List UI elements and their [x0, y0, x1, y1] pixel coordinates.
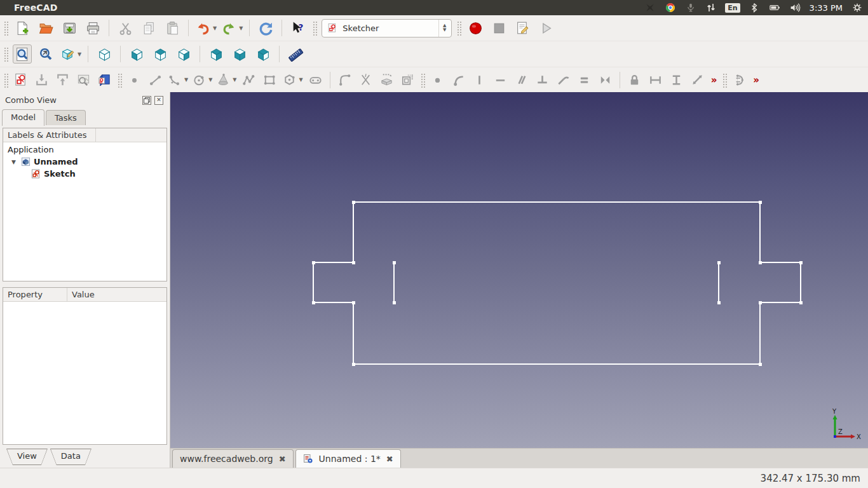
macro-play-button[interactable] — [536, 18, 555, 37]
save-document-button[interactable] — [60, 18, 79, 37]
view-axonometric-button[interactable] — [95, 44, 114, 64]
create-fillet-button[interactable] — [336, 71, 353, 89]
view-sketch-button[interactable] — [75, 71, 92, 89]
constrain-perpendicular-button[interactable] — [534, 71, 551, 89]
macro-record-button[interactable] — [466, 18, 485, 37]
3d-viewport[interactable]: Y X Z — [170, 92, 868, 448]
volume-icon[interactable] — [789, 2, 801, 14]
create-slot-button[interactable] — [307, 71, 324, 89]
open-document-button[interactable] — [36, 18, 55, 37]
sketch-vertex[interactable] — [799, 301, 803, 304]
view-rear-button[interactable] — [207, 44, 226, 64]
redo-button[interactable]: ▼ — [221, 18, 243, 37]
view-section-button[interactable] — [96, 71, 113, 89]
tab-start-page[interactable]: www.freecadweb.org ✖ — [172, 449, 294, 468]
constrain-equal-button[interactable] — [576, 71, 593, 89]
toolbar-handle[interactable] — [420, 72, 425, 88]
bluetooth-icon[interactable] — [749, 2, 761, 14]
constrain-horizontal-button[interactable] — [492, 71, 509, 89]
toolbar-handle[interactable] — [722, 72, 727, 88]
tree-item-application[interactable]: Application — [3, 144, 166, 156]
create-conic-button[interactable]: ▼ — [216, 71, 236, 89]
macro-edit-button[interactable] — [513, 18, 532, 37]
constrain-distance-y-button[interactable] — [668, 71, 685, 89]
session-menu-icon[interactable] — [851, 2, 863, 14]
tab-document-unnamed[interactable]: Unnamed : 1* ✖ — [295, 449, 401, 468]
tree-item-document[interactable]: ▼ Unnamed — [3, 156, 166, 168]
toolbar-handle[interactable] — [456, 20, 461, 36]
sketch-vertex[interactable] — [312, 301, 315, 304]
bspline-tools-button[interactable] — [731, 71, 748, 89]
network-traffic-icon[interactable] — [705, 2, 717, 14]
sketch-vertex[interactable] — [799, 261, 803, 264]
close-tab-icon[interactable]: ✖ — [386, 454, 393, 464]
toolbar-handle[interactable] — [3, 20, 8, 36]
sketch-vertex[interactable] — [393, 261, 396, 264]
view-front-button[interactable] — [127, 44, 146, 64]
sketch-vertex[interactable] — [312, 261, 315, 264]
chrome-icon[interactable] — [664, 2, 676, 14]
float-panel-icon[interactable] — [142, 96, 151, 105]
new-sketch-button[interactable] — [12, 71, 29, 89]
dropdown-caret-icon[interactable]: ▼ — [213, 25, 217, 31]
create-rectangle-button[interactable] — [261, 71, 278, 89]
constrain-lock-button[interactable] — [626, 71, 643, 89]
paste-button[interactable] — [163, 18, 182, 37]
constrain-distance-x-button[interactable] — [647, 71, 664, 89]
constrain-tangent-button[interactable] — [555, 71, 572, 89]
edit-sketch-button[interactable] — [33, 71, 50, 89]
toolbar-handle[interactable] — [117, 72, 122, 88]
dropdown-caret-icon[interactable]: ▼ — [239, 25, 243, 31]
sketch-vertex[interactable] — [352, 363, 355, 366]
view-bottom-button[interactable] — [230, 44, 249, 64]
dropdown-caret-icon[interactable]: ▼ — [233, 77, 236, 83]
undo-button[interactable]: ▼ — [195, 18, 217, 37]
view-left-button[interactable] — [254, 44, 273, 64]
view-right-button[interactable] — [174, 44, 193, 64]
toolbar-handle[interactable] — [312, 20, 317, 36]
sketch-vertex[interactable] — [759, 261, 762, 264]
sketch-vertex[interactable] — [393, 301, 396, 304]
fit-selection-button[interactable] — [36, 44, 55, 64]
close-tab-icon[interactable]: ✖ — [279, 454, 286, 464]
refresh-button[interactable] — [256, 18, 275, 37]
cut-button[interactable] — [116, 18, 135, 37]
create-line-button[interactable] — [147, 71, 164, 89]
dropbox-icon[interactable] — [644, 2, 656, 14]
close-panel-icon[interactable]: ✕ — [154, 96, 163, 105]
toolbar-overflow-chevron[interactable]: » — [710, 74, 719, 86]
tree-item-sketch[interactable]: Sketch — [3, 168, 166, 180]
new-document-button[interactable] — [13, 18, 32, 37]
toolbar-overflow-chevron[interactable]: » — [752, 74, 761, 86]
create-circle-button[interactable]: ▼ — [192, 71, 212, 89]
constrain-symmetric-button[interactable] — [597, 71, 614, 89]
constrain-point-on-object-button[interactable] — [450, 71, 467, 89]
tab-model[interactable]: Model — [2, 109, 44, 126]
toolbar-handle[interactable] — [3, 46, 8, 62]
macro-stop-button[interactable] — [489, 18, 508, 37]
sketch-vertex[interactable] — [759, 363, 762, 366]
expander-icon[interactable]: ▼ — [11, 159, 18, 165]
sketch-vertex[interactable] — [352, 201, 355, 204]
battery-icon[interactable] — [769, 2, 781, 14]
dropdown-caret-icon[interactable]: ▼ — [299, 77, 302, 83]
constrain-parallel-button[interactable] — [513, 71, 530, 89]
print-button[interactable] — [83, 18, 102, 37]
toolbar-handle[interactable] — [3, 72, 8, 88]
tab-data[interactable]: Data — [50, 449, 92, 465]
view-top-button[interactable] — [151, 44, 170, 64]
draw-style-button[interactable]: ▼ — [60, 44, 81, 64]
sketch-vertex[interactable] — [352, 301, 355, 304]
whats-this-button[interactable]: ? — [288, 18, 308, 37]
clock[interactable]: 3:33 PM — [810, 3, 843, 13]
sketch-vertex[interactable] — [352, 261, 355, 264]
create-polyline-button[interactable] — [240, 71, 257, 89]
dropdown-caret-icon[interactable]: ▼ — [78, 51, 81, 57]
sketch-vertex[interactable] — [717, 261, 721, 264]
copy-button[interactable] — [139, 18, 158, 37]
sketch-vertex[interactable] — [717, 301, 721, 304]
dropdown-caret-icon[interactable]: ▼ — [184, 77, 188, 83]
carbon-copy-button[interactable] — [399, 71, 416, 89]
create-point-button[interactable] — [126, 71, 143, 89]
create-arc-button[interactable]: ▼ — [168, 71, 188, 89]
